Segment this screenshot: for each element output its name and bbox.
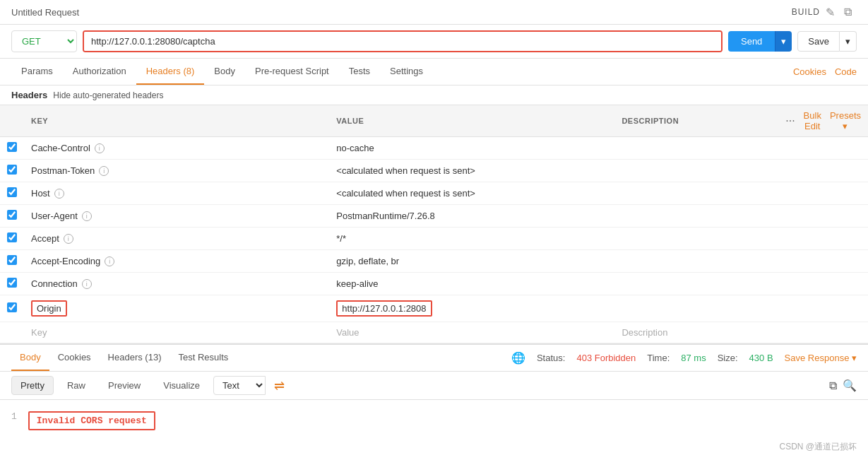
row-value-cell: http://127.0.0.1:2808 xyxy=(329,295,614,322)
hide-auto-link[interactable]: Hide auto-generated headers xyxy=(53,90,163,100)
key-cell: Accept-Encodingi xyxy=(31,256,322,266)
row-checkbox[interactable] xyxy=(7,302,17,312)
row-checkbox-cell xyxy=(0,295,24,322)
send-button[interactable]: Send xyxy=(728,31,775,52)
wrap-icon[interactable]: ⇌ xyxy=(274,378,285,394)
row-checkbox[interactable] xyxy=(7,142,17,152)
resp-raw-tab[interactable]: Raw xyxy=(58,376,95,395)
globe-icon: 🌐 xyxy=(511,351,525,365)
send-button-group: Send ▾ xyxy=(728,31,792,52)
save-response-button[interactable]: Save Response ▾ xyxy=(785,353,857,363)
info-icon[interactable]: i xyxy=(105,256,114,266)
save-button[interactable]: Save xyxy=(797,31,840,52)
edit-icon[interactable]: ✎ xyxy=(826,6,838,18)
method-select[interactable]: GET POST PUT DELETE xyxy=(11,30,77,52)
cors-error-text: Invalid CORS request xyxy=(28,411,155,430)
tab-body[interactable]: Body xyxy=(204,59,245,85)
row-checkbox-cell xyxy=(0,228,24,250)
response-tab-body[interactable]: Body xyxy=(11,345,49,371)
row-description-cell xyxy=(614,273,778,295)
table-row: Cache-Controlino-cache xyxy=(0,137,868,160)
request-title: Untitled Request xyxy=(11,7,79,18)
title-bar: Untitled Request BUILD ✎ ⧉ xyxy=(0,0,868,25)
key-name: Accept-Encoding xyxy=(31,256,100,266)
more-options-button[interactable]: ··· xyxy=(785,114,795,127)
format-select[interactable]: Text JSON HTML XML xyxy=(213,376,266,395)
row-description-cell xyxy=(614,137,778,160)
table-row: Accepti*/* xyxy=(0,228,868,250)
resp-pretty-tab[interactable]: Pretty xyxy=(11,376,54,395)
cookies-link[interactable]: Cookies xyxy=(793,59,826,84)
info-icon[interactable]: i xyxy=(99,166,109,176)
response-tab-cookies[interactable]: Cookies xyxy=(49,345,100,371)
url-input[interactable] xyxy=(84,32,721,51)
copy-response-button[interactable]: ⧉ xyxy=(829,379,837,392)
response-code-body: 1 Invalid CORS request xyxy=(0,400,868,442)
row-checkbox[interactable] xyxy=(7,278,17,288)
size-value: 430 B xyxy=(749,353,773,363)
save-dropdown-arrow[interactable]: ▾ xyxy=(840,31,857,52)
tab-prerequest[interactable]: Pre-request Script xyxy=(245,59,339,85)
info-icon[interactable]: i xyxy=(95,143,105,153)
code-line-1: 1 Invalid CORS request xyxy=(11,411,857,430)
code-link[interactable]: Code xyxy=(835,59,857,84)
row-checkbox[interactable] xyxy=(7,187,17,197)
th-value: VALUE xyxy=(329,105,614,137)
key-name: Postman-Token xyxy=(31,165,95,176)
time-label: Time: xyxy=(647,353,670,363)
resp-preview-tab[interactable]: Preview xyxy=(99,376,150,395)
row-checkbox-cell xyxy=(0,273,24,295)
info-icon[interactable]: i xyxy=(64,234,73,244)
row-key-cell: Connectioni xyxy=(24,273,329,295)
resp-visualize-tab[interactable]: Visualize xyxy=(154,376,209,395)
response-tab-test-results[interactable]: Test Results xyxy=(170,345,237,371)
tab-params[interactable]: Params xyxy=(11,59,63,85)
key-cell: Postman-Tokeni xyxy=(31,165,322,176)
build-area: BUILD ✎ ⧉ xyxy=(792,6,857,18)
build-button[interactable]: BUILD xyxy=(792,7,820,17)
response-tab-headers[interactable]: Headers (13) xyxy=(100,345,170,371)
tab-tests[interactable]: Tests xyxy=(339,59,380,85)
row-checkbox[interactable] xyxy=(7,210,17,220)
copy-icon[interactable]: ⧉ xyxy=(844,6,857,18)
bulk-edit-button[interactable]: Bulk Edit xyxy=(804,110,821,131)
row-checkbox[interactable] xyxy=(7,165,17,175)
tab-authorization[interactable]: Authorization xyxy=(63,59,136,85)
row-checkbox[interactable] xyxy=(7,232,17,242)
table-row: Hosti<calculated when request is sent> xyxy=(0,182,868,205)
tab-headers[interactable]: Headers (8) xyxy=(136,59,205,85)
row-description-cell xyxy=(614,160,778,182)
row-checkbox-cell xyxy=(0,160,24,182)
search-response-button[interactable]: 🔍 xyxy=(843,379,857,392)
th-key: KEY xyxy=(24,105,329,137)
status-value: 403 Forbidden xyxy=(576,353,636,363)
key-name: Origin xyxy=(37,303,61,314)
row-value-cell: <calculated when request is sent> xyxy=(329,182,614,205)
empty-desc-cell[interactable]: Description xyxy=(614,322,778,343)
presets-button[interactable]: Presets ▾ xyxy=(830,110,861,131)
key-cell: Connectioni xyxy=(31,278,322,289)
row-checkbox[interactable] xyxy=(7,255,17,265)
empty-key-cell[interactable]: Key xyxy=(24,322,329,343)
info-icon[interactable]: i xyxy=(54,189,64,199)
key-cell: Accepti xyxy=(31,233,322,244)
status-bar: 🌐 Status: 403 Forbidden Time: 87 ms Size… xyxy=(511,351,857,365)
th-description: DESCRIPTION xyxy=(614,105,778,137)
table-row: Accept-Encodingigzip, deflate, br xyxy=(0,250,868,273)
empty-action-cell xyxy=(778,322,868,343)
row-checkbox-cell xyxy=(0,250,24,273)
key-cell: User-Agenti xyxy=(31,211,322,221)
row-value-cell: no-cache xyxy=(329,137,614,160)
row-description-cell xyxy=(614,205,778,228)
empty-value-cell[interactable]: Value xyxy=(329,322,614,343)
response-actions: ⧉ 🔍 xyxy=(829,379,857,392)
info-icon[interactable]: i xyxy=(82,279,92,289)
info-icon[interactable]: i xyxy=(82,211,92,221)
row-key-cell: Cache-Controli xyxy=(24,137,329,160)
send-dropdown-arrow[interactable]: ▾ xyxy=(775,31,792,52)
row-key-cell: Hosti xyxy=(24,182,329,205)
key-cell: Cache-Controli xyxy=(31,143,322,153)
headers-table-container: KEY VALUE DESCRIPTION ··· Bulk Edit Pres… xyxy=(0,105,868,343)
row-action-cell xyxy=(778,160,868,182)
tab-settings[interactable]: Settings xyxy=(380,59,433,85)
